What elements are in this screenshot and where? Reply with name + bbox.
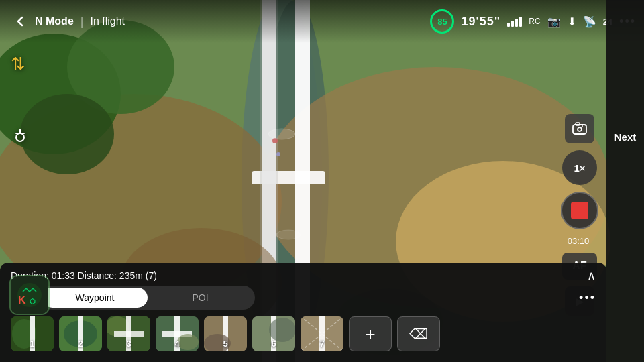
svg-text:K: K <box>18 294 26 306</box>
waypoint-poi-tabs: Waypoint POI <box>40 286 255 310</box>
svg-text:⬡: ⬡ <box>30 298 36 305</box>
back-button[interactable] <box>8 9 32 34</box>
delete-icon: ⌫ <box>409 326 428 342</box>
satellite-icon: 📡 <box>583 15 596 28</box>
waypoint-7-thumb[interactable]: 7 <box>301 316 343 351</box>
record-indicator <box>571 202 588 219</box>
svg-rect-21 <box>576 123 580 125</box>
gimbal-icon <box>11 125 30 148</box>
right-edge-panel: Next ε <box>606 0 644 362</box>
tab-poi[interactable]: POI <box>148 288 253 308</box>
rc-label: RC <box>529 17 540 26</box>
waypoint-4-thumb[interactable]: 4 <box>156 316 199 351</box>
more-options-bottom-button[interactable]: ••• <box>579 291 596 305</box>
mini-map-display: K ⬡ <box>11 276 48 314</box>
camera-settings-icon: 📷 <box>547 15 561 28</box>
hud-right-section: 85 19'55" RC 📷 ⬇ 📡 24 ••• <box>430 9 636 34</box>
bottom-mission-panel: Duration: 01:33 Distance: 235m (7) ∧ ≡ W… <box>0 263 606 362</box>
left-hud-icons: ⇅ <box>11 54 30 148</box>
svg-point-8 <box>20 94 114 174</box>
record-button[interactable] <box>561 192 598 229</box>
flight-timer: 19'55" <box>461 15 500 29</box>
dji-logo: ε <box>619 191 632 231</box>
record-time-label: 03:10 <box>561 236 598 246</box>
hud-divider: | <box>80 15 84 29</box>
svg-point-15 <box>268 129 295 139</box>
svg-rect-20 <box>573 125 586 134</box>
next-button[interactable]: Next <box>614 131 637 143</box>
collapse-panel-button[interactable]: ∧ <box>587 269 596 282</box>
mini-map-button[interactable]: K ⬡ <box>9 275 50 315</box>
svg-rect-34 <box>114 331 144 337</box>
waypoints-thumbnails-row: 1 2 3 4 5 6 7 <box>0 316 606 357</box>
waypoint-1-thumb[interactable]: 1 <box>11 316 54 351</box>
waypoint-6-thumb[interactable]: 6 <box>252 316 295 351</box>
delete-waypoint-button[interactable]: ⌫ <box>397 316 440 351</box>
signal-strength-icon <box>507 17 522 27</box>
zoom-button[interactable]: 1× <box>562 150 597 185</box>
waypoint-3-thumb[interactable]: 3 <box>107 316 150 351</box>
bottom-tabs-row: ≡ Waypoint POI ••• <box>0 286 606 316</box>
svg-point-19 <box>16 133 24 141</box>
add-waypoint-button[interactable]: + <box>349 316 392 351</box>
flight-status-label: In flight <box>90 15 125 27</box>
camera-switch-button[interactable] <box>565 114 594 143</box>
svg-point-16 <box>276 230 301 239</box>
sync-icon: ⬇ <box>568 15 576 28</box>
flight-mode-label: N Mode <box>35 15 74 27</box>
waypoint-2-thumb[interactable]: 2 <box>59 316 102 351</box>
waypoint-path-icon: ⇅ <box>11 54 30 74</box>
waypoint-5-thumb[interactable]: 5 <box>204 316 247 351</box>
battery-indicator: 85 <box>430 9 454 34</box>
mission-info-bar: Duration: 01:33 Distance: 235m (7) ∧ <box>0 263 606 286</box>
top-hud-bar: N Mode | In flight 85 19'55" RC 📷 ⬇ 📡 24… <box>0 0 644 43</box>
tab-waypoint[interactable]: Waypoint <box>42 288 148 308</box>
svg-point-23 <box>578 127 582 131</box>
svg-point-14 <box>276 152 280 156</box>
